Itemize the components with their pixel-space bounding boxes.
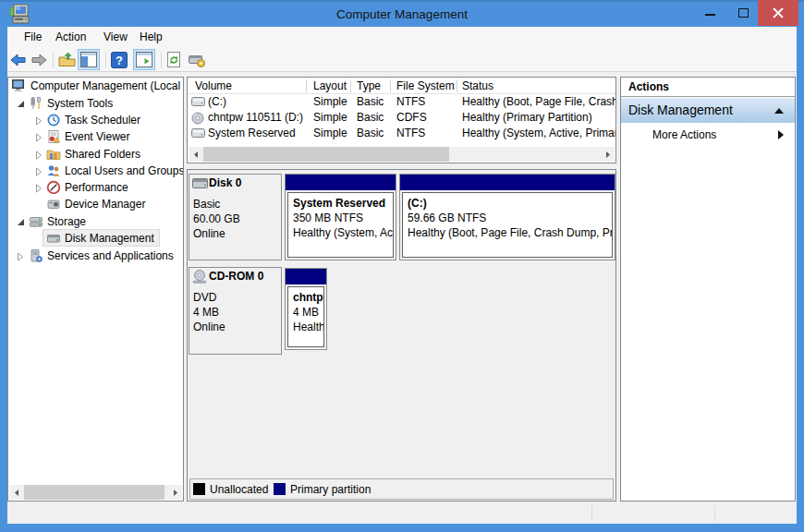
performance-icon xyxy=(46,180,61,195)
maximize-button[interactable] xyxy=(726,0,760,26)
services-and-applications-icon xyxy=(29,248,43,263)
event-viewer-icon xyxy=(46,129,61,144)
shared-folders-icon xyxy=(46,147,61,162)
toolbar-separator xyxy=(53,52,54,68)
status-bar-separator xyxy=(714,505,715,521)
status-bar-separator xyxy=(591,505,592,521)
close-icon xyxy=(772,6,785,19)
column-header-status[interactable]: Status xyxy=(462,78,493,94)
actions-panel: Actions Disk Management More Actions xyxy=(620,77,796,502)
volume-status: Healthy (Primary Partition) xyxy=(462,110,592,126)
disk-action-icon[interactable] xyxy=(189,52,206,71)
tree-item-computer-management[interactable]: Computer Management (Local xyxy=(8,79,183,94)
expanded-arrow-icon[interactable] xyxy=(17,218,25,226)
cdrom-0-row: CD-ROM 0 DVD 4 MB Online chntpw 110511 (… xyxy=(189,267,615,355)
column-header-file-system[interactable]: File System xyxy=(396,78,455,94)
legend-bar: Unallocated Primary partition xyxy=(189,478,614,500)
partition-cdrom-media[interactable]: chntpw 110511 (D:) 4 MB Healthy (Primary… xyxy=(285,268,327,350)
volume-row-d[interactable]: chntpw 110511 (D:) Simple Basic CDFS Hea… xyxy=(188,110,615,126)
tree-item-disk-management[interactable]: Disk Management xyxy=(8,231,183,247)
collapsed-arrow-icon[interactable] xyxy=(35,184,43,193)
more-actions-item[interactable]: More Actions xyxy=(621,123,795,147)
tree-item-device-manager[interactable]: Device Manager xyxy=(8,197,183,212)
column-separator xyxy=(350,79,351,92)
device-manager-icon xyxy=(46,197,61,212)
cdrom-0-label[interactable]: CD-ROM 0 DVD 4 MB Online xyxy=(189,267,282,355)
scrollbar-thumb[interactable] xyxy=(24,485,164,500)
scroll-left-arrow[interactable] xyxy=(9,485,23,500)
scroll-right-arrow[interactable] xyxy=(168,485,182,500)
cdrom-icon xyxy=(192,270,208,284)
collapsed-arrow-icon[interactable] xyxy=(35,151,43,160)
scroll-left-arrow[interactable] xyxy=(189,147,202,162)
scrollbar-thumb[interactable] xyxy=(203,147,449,162)
show-hide-console-tree-button[interactable] xyxy=(78,49,100,70)
tree-item-event-viewer[interactable]: Event Viewer xyxy=(8,129,183,145)
tree-item-local-users-and-groups[interactable]: Local Users and Groups xyxy=(8,163,183,179)
volume-fs: NTFS xyxy=(396,126,425,141)
expanded-arrow-icon[interactable] xyxy=(17,100,25,108)
actions-header: Actions xyxy=(621,78,795,97)
column-header-volume[interactable]: Volume xyxy=(195,78,232,94)
help-icon[interactable]: ? xyxy=(111,52,128,71)
actions-disk-management-section[interactable]: Disk Management xyxy=(621,98,795,123)
partition-title: (C:) xyxy=(408,196,612,211)
partition-color-band xyxy=(400,175,615,190)
column-header-layout[interactable]: Layout xyxy=(313,78,347,94)
forward-icon[interactable] xyxy=(30,52,48,71)
export-list-icon[interactable] xyxy=(58,52,76,71)
partition-color-band xyxy=(286,269,326,284)
tree-item-system-tools[interactable]: System Tools xyxy=(8,96,183,112)
tree-item-shared-folders[interactable]: Shared Folders xyxy=(8,147,183,163)
partition-size: 59.66 GB NTFS xyxy=(408,211,612,225)
volume-list-horizontal-scrollbar[interactable] xyxy=(189,147,615,162)
window-title: Computer Management xyxy=(0,2,804,27)
title-bar: Computer Management xyxy=(0,0,804,27)
tree-item-performance[interactable]: Performance xyxy=(8,180,183,196)
tree-horizontal-scrollbar[interactable] xyxy=(9,485,182,500)
menu-action[interactable]: Action xyxy=(55,27,86,48)
menu-help[interactable]: Help xyxy=(140,27,163,48)
legend-primary-partition-label: Primary partition xyxy=(290,479,371,501)
tree-item-label: System Tools xyxy=(47,96,113,112)
volume-layout: Simple xyxy=(313,110,347,126)
menu-bar: File Action View Help xyxy=(7,27,797,48)
partition-c[interactable]: (C:) 59.66 GB NTFS Healthy (Boot, Page F… xyxy=(399,174,615,260)
back-icon[interactable] xyxy=(9,52,27,71)
toolbar-separator xyxy=(161,52,162,68)
partition-size: 4 MB xyxy=(293,305,323,320)
tree-item-label: Storage xyxy=(47,214,86,230)
collapse-icon[interactable] xyxy=(774,108,784,114)
console-tree-panel: Computer Management (Local System Tools … xyxy=(7,77,184,502)
tree-item-label: Disk Management xyxy=(65,231,154,247)
column-header-type[interactable]: Type xyxy=(357,78,381,94)
tree-item-task-scheduler[interactable]: Task Scheduler xyxy=(8,113,183,128)
tree-item-storage[interactable]: Storage xyxy=(8,214,183,230)
collapsed-arrow-icon[interactable] xyxy=(35,167,43,176)
tree-item-label: Device Manager xyxy=(65,197,145,212)
collapsed-arrow-icon[interactable] xyxy=(35,116,43,126)
column-separator xyxy=(306,79,307,92)
disk-0-label[interactable]: Disk 0 Basic 60.00 GB Online xyxy=(189,174,282,260)
volume-row-c[interactable]: (C:) Simple Basic NTFS Healthy (Boot, Pa… xyxy=(188,94,615,110)
partition-system-reserved[interactable]: System Reserved 350 MB NTFS Healthy (Sys… xyxy=(285,174,396,260)
minimize-button[interactable] xyxy=(693,0,726,26)
legend-unallocated-label: Unallocated xyxy=(210,479,268,501)
menu-file[interactable]: File xyxy=(24,27,42,48)
partition-color-band xyxy=(286,175,396,190)
disk-state: Online xyxy=(193,320,225,333)
close-button[interactable] xyxy=(758,0,798,26)
maximize-icon xyxy=(738,8,749,18)
tree-item-services-and-applications[interactable]: Services and Applications xyxy=(8,248,183,264)
collapsed-arrow-icon[interactable] xyxy=(35,133,43,142)
menu-view[interactable]: View xyxy=(104,27,128,48)
refresh-icon[interactable] xyxy=(166,52,182,71)
scroll-right-arrow[interactable] xyxy=(601,147,615,162)
console-tree-icon xyxy=(80,52,97,67)
collapsed-arrow-icon[interactable] xyxy=(17,252,24,261)
show-hide-action-pane-button[interactable] xyxy=(133,49,155,70)
volume-fs: NTFS xyxy=(396,94,425,110)
volume-status: Healthy (Boot, Page File, Crash Dump, Pr… xyxy=(462,94,616,110)
volume-row-system-reserved[interactable]: System Reserved Simple Basic NTFS Health… xyxy=(188,126,615,141)
volume-name: chntpw 110511 (D:) xyxy=(208,110,303,126)
